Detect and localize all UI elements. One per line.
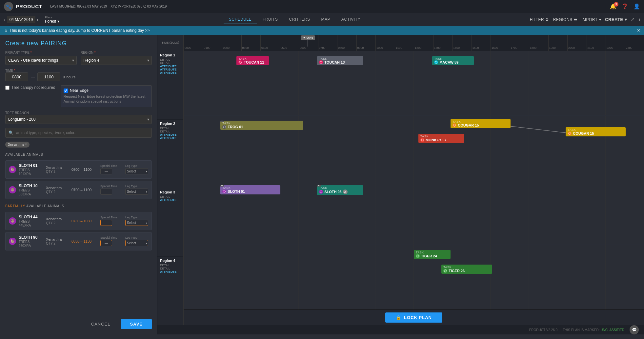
- region-select[interactable]: Region 1 Region 2 Region 3 Region 4: [81, 56, 152, 65]
- region4-label: Region 4: [160, 259, 181, 263]
- region1-detail2: DETAIL: [160, 61, 181, 65]
- lock-plan-button[interactable]: 🔒 LOCK PLAN: [385, 312, 442, 323]
- required-asterisk: *: [30, 51, 32, 54]
- animal-sloth90-sub1: TREES: [19, 240, 43, 244]
- search-wrap: 🔍: [5, 128, 152, 138]
- task-sloth03[interactable]: 2 TASK ◯ SLOTH 03 ⚠: [317, 185, 363, 195]
- tab-schedule[interactable]: SCHEDULE: [224, 15, 257, 24]
- task-tiger26-dot: ◯: [443, 269, 447, 273]
- region1-label-block: Region 1 DETAIL DETAIL ATTRIBUTE ATTRIBU…: [157, 51, 183, 120]
- task-tiger24-dot: ◯: [416, 254, 420, 258]
- lock-icon: 🔒: [396, 315, 401, 320]
- expand-icon[interactable]: ⤢: [631, 17, 634, 22]
- tick-1500: 1500: [472, 35, 491, 51]
- tab-activity[interactable]: ACTIVITY: [336, 15, 366, 24]
- help-button[interactable]: ❓: [622, 3, 628, 10]
- chat-button[interactable]: 💬: [630, 325, 639, 334]
- animal-sloth90-info: SLOTH 90 TREES 980XRA: [19, 235, 43, 248]
- task-tiger24[interactable]: TASK ◯ TIGER 24: [414, 250, 451, 259]
- tag-close-button[interactable]: ×: [25, 143, 27, 146]
- tick-0000: 0000: [184, 35, 203, 51]
- logo-icon: 🐾: [4, 2, 13, 11]
- profile-button[interactable]: 👤: [634, 3, 640, 10]
- tick-0700: 0700: [318, 35, 337, 51]
- task-toucan11[interactable]: TASK ◯ TOUCAN 11: [236, 56, 269, 65]
- task-cougar15-r2[interactable]: TASK ◯ COUGAR 15: [451, 119, 511, 128]
- tick-1700: 1700: [510, 35, 529, 51]
- primary-type-select[interactable]: CLAW - Use claws for things BITE - Use b…: [5, 56, 77, 65]
- leg-type-select-sloth01[interactable]: SelectType AType B: [125, 168, 148, 174]
- region3-label: Region 3: [160, 190, 181, 194]
- tick-2300: 2300: [625, 35, 644, 51]
- task-tiger26-name: ◯ TIGER 26: [443, 269, 465, 273]
- near-edge-checkbox[interactable]: [64, 89, 68, 93]
- animal-sloth01-type: Xenarthra: [46, 166, 69, 170]
- animal-sloth44-type-block: Xenarthra QTY 2: [46, 217, 69, 225]
- available-animals-label: AVAILABLE ANIMALS: [5, 153, 152, 156]
- regions-button[interactable]: REGIONS ☰: [553, 17, 577, 22]
- animal-search-input[interactable]: [5, 128, 152, 138]
- import-button[interactable]: IMPORT ▾: [581, 17, 601, 22]
- region4-attr1: ATTRIBUTE: [160, 270, 181, 273]
- cancel-button[interactable]: CANCEL: [83, 319, 118, 329]
- tree-branch-group: Tree branch LongLimb - 200 ShortLimb - 1…: [5, 111, 152, 124]
- place-block[interactable]: Place Forest ▾: [45, 16, 59, 24]
- tab-fruits[interactable]: FRUITS: [257, 15, 283, 24]
- leg-type-select-sloth44[interactable]: SelectType AType B: [125, 220, 148, 226]
- date-nav: ‹ 04 MAY 2019 ›: [4, 16, 38, 23]
- info-icon[interactable]: ℹ: [638, 17, 640, 22]
- animal-sloth01-time: 0800 – 1100: [71, 168, 98, 171]
- tick-1900: 1900: [548, 35, 568, 51]
- notifications-button[interactable]: 🔔 3: [610, 3, 616, 10]
- tree-canopy-checkbox[interactable]: [5, 86, 10, 90]
- plan-status-label: THIS PLAN IS MARKED: UNCLASSIFIED: [563, 328, 624, 332]
- gantt-body: Region 1 DETAIL DETAIL ATTRIBUTE ATTRIBU…: [157, 51, 644, 325]
- tick-2100: 2100: [587, 35, 606, 51]
- task-sloth03-label: TASK: [319, 186, 327, 189]
- date-display[interactable]: 04 MAY 2019: [7, 16, 36, 23]
- create-button[interactable]: CREATE ▾: [605, 17, 627, 22]
- task-monkey57-dot: ◯: [420, 138, 424, 142]
- region-required: *: [94, 51, 96, 54]
- banner-info-icon: ℹ: [5, 28, 7, 33]
- tab-critters[interactable]: CRITTERS: [284, 15, 315, 24]
- sloth03-badge: 2: [317, 185, 321, 187]
- task-monkey57[interactable]: TASK ◯ MONKEY 57: [418, 134, 464, 143]
- current-time-label: ▼ 0645: [301, 35, 314, 40]
- regions-icon: ☰: [574, 17, 578, 22]
- filter-button[interactable]: FILTER ⚙: [530, 17, 549, 22]
- task-macaw59[interactable]: TASK ◯ MACAW 59: [432, 56, 473, 65]
- special-time-input-sloth44[interactable]: [100, 220, 112, 226]
- bottom-actions: CANCEL SAVE: [5, 315, 152, 329]
- form-row-type-region: Primary Type * CLAW - Use claws for thin…: [5, 51, 152, 65]
- leg-type-select-sloth90[interactable]: SelectType AType B: [125, 240, 148, 246]
- special-time-input-sloth01[interactable]: [100, 168, 112, 174]
- primary-type-label: Primary Type *: [5, 51, 77, 54]
- save-button[interactable]: SAVE: [121, 319, 152, 329]
- info-banner: ℹ This is not today's banana eating day.…: [0, 26, 644, 35]
- leg-type-label-sloth44: Leg Type: [125, 216, 148, 219]
- task-cougar15-r2b[interactable]: TASK ◯ COUGAR 15: [566, 127, 626, 136]
- task-frog01[interactable]: 1 TASK ◯ FROG 01: [220, 121, 303, 130]
- special-time-input-sloth10[interactable]: [100, 189, 112, 195]
- banner-close-button[interactable]: ×: [637, 28, 640, 33]
- task-cougar15-r2b-dot: ◯: [568, 131, 572, 135]
- tree-branch-select[interactable]: LongLimb - 200 ShortLimb - 100 MedLimb -…: [5, 115, 152, 124]
- task-sloth01-r3[interactable]: 1 TASK ◯ SLOTH 01: [220, 185, 280, 194]
- time-group: Time * — X hours: [5, 69, 152, 81]
- task-tiger26[interactable]: TASK ◯ TIGER 26: [441, 265, 492, 274]
- time-start-input[interactable]: [5, 72, 28, 81]
- date-next-button[interactable]: ›: [37, 17, 38, 22]
- region2-attr2: ATTRIBUTE: [160, 136, 181, 140]
- task-toucan13[interactable]: TASK ◯ TOUCAN 13: [317, 56, 363, 65]
- time-end-input[interactable]: [37, 72, 60, 81]
- tag-row: Xenarthra ×: [5, 142, 152, 148]
- tick-2200: 2200: [606, 35, 625, 51]
- animal-sloth44-type: Xenarthra: [46, 217, 69, 221]
- special-time-input-sloth90[interactable]: [100, 240, 112, 246]
- tab-map[interactable]: MAP: [316, 15, 335, 24]
- animal-sloth10-sub1: TREES: [19, 189, 43, 192]
- leg-type-select-sloth10[interactable]: SelectType AType B: [125, 189, 148, 195]
- date-prev-button[interactable]: ‹: [4, 17, 6, 22]
- gantt-region1-row: TASK ◯ TOUCAN 11 TASK ◯ TOUCAN 13: [184, 51, 644, 116]
